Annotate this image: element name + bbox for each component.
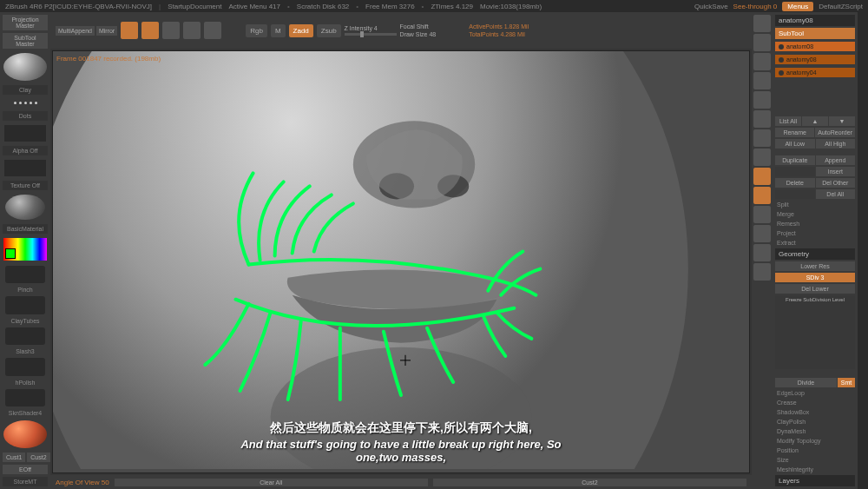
title-bar: ZBrush 4R6 P2[ICUD:EYHE-QBVA-RVII-NOVJ] …	[0, 0, 868, 12]
solo-icon[interactable]	[753, 168, 771, 185]
merge-label[interactable]: Merge	[775, 210, 855, 218]
project-label[interactable]: Project	[775, 229, 855, 237]
store-mt-button[interactable]: StoreMT	[3, 477, 48, 486]
material-sphere[interactable]	[5, 195, 45, 220]
bpr-icon[interactable]	[753, 15, 771, 32]
scrollbar-gutter[interactable]	[858, 12, 868, 489]
edit-icon[interactable]	[753, 263, 771, 281]
toolbar-icon-2[interactable]	[141, 22, 159, 39]
append-button[interactable]: Append	[816, 155, 856, 165]
toolbar-icon-3[interactable]	[162, 22, 180, 39]
smt-button[interactable]: Smt	[838, 378, 855, 387]
cust2-bottom-button[interactable]: Cust2	[433, 479, 746, 486]
scale-icon[interactable]	[753, 72, 771, 89]
brush-sshader-label: SknShader4	[3, 410, 48, 416]
dynamesh-label[interactable]: DynaMesh	[775, 427, 855, 435]
geometry-header[interactable]: Geometry	[775, 248, 855, 260]
bottom-bar: Angle Of View 50 Clear All Cust2	[50, 475, 752, 489]
projection-master-button[interactable]: Projection Master	[3, 15, 48, 30]
color-picker[interactable]	[3, 238, 47, 261]
rgb-button[interactable]: Rgb	[246, 24, 267, 37]
alpha-slot[interactable]	[4, 125, 46, 142]
all-high-button[interactable]: All High	[816, 139, 856, 149]
brush-slash3[interactable]	[5, 327, 45, 345]
frame-icon[interactable]	[753, 34, 771, 51]
local-icon[interactable]	[753, 110, 771, 128]
alpha-off-label: Alpha Off	[3, 146, 48, 155]
edgeloop-label[interactable]: EdgeLoop	[775, 389, 855, 397]
divide-button[interactable]: Divide	[775, 378, 837, 387]
remesh-label[interactable]: Remesh	[775, 220, 855, 228]
del-lower-button[interactable]: Del Lower	[775, 284, 855, 294]
extract-label[interactable]: Extract	[775, 239, 855, 247]
del-other-button[interactable]: Del Other	[816, 178, 856, 188]
subtool-master-button[interactable]: SubTool Master	[3, 33, 48, 49]
quicksave-button[interactable]: QuickSave	[694, 3, 728, 10]
mirror-button[interactable]: Mirror	[96, 26, 117, 36]
texture-slot[interactable]	[4, 160, 46, 176]
shadowbox-label[interactable]: ShadowBox	[775, 408, 855, 416]
del-all-button[interactable]: Del All	[816, 189, 856, 199]
delete-button[interactable]: Delete	[775, 178, 815, 188]
toolbar-icon-5[interactable]	[204, 22, 221, 39]
subtool-item-0[interactable]: anatom08	[775, 42, 855, 51]
brush-preview-sphere[interactable]	[3, 53, 47, 81]
modify-topology-label[interactable]: Modify Topology	[775, 437, 855, 445]
subtool-panel-header[interactable]: SubTool	[775, 28, 855, 39]
red-material-sphere[interactable]	[3, 420, 47, 448]
all-low-button[interactable]: All Low	[775, 139, 815, 149]
split-label[interactable]: Split	[775, 201, 855, 208]
meshintegrity-label[interactable]: MeshIntegrity	[775, 466, 855, 473]
left-tool-shelf: Projection Master SubTool Master Clay Do…	[0, 12, 50, 489]
subtool-item-2[interactable]: anatomy04	[775, 68, 855, 77]
stroke-dots-icon[interactable]	[3, 97, 48, 109]
viewport-3d[interactable]: Frame 001847 recorded. (198mb)	[52, 50, 750, 473]
ghost-icon[interactable]	[753, 244, 771, 261]
up-arrow-icon[interactable]: ▲	[802, 116, 828, 126]
sdiv-slider[interactable]: SDiv 3	[775, 273, 855, 282]
crease-label[interactable]: Crease	[775, 399, 855, 406]
angle-of-view[interactable]: Angle Of View 50	[56, 479, 109, 486]
lower-res-button[interactable]: Lower Res	[775, 261, 855, 271]
brush-pinch[interactable]	[5, 266, 45, 283]
eoff-button[interactable]: EOff	[3, 465, 48, 474]
insert-button[interactable]: Insert	[816, 167, 856, 176]
zsub-button[interactable]: Zsub	[317, 24, 341, 37]
layers-header[interactable]: Layers	[775, 475, 855, 486]
transp-icon[interactable]	[753, 225, 771, 242]
default-zscript[interactable]: DefaultZScript	[819, 3, 863, 10]
zadd-button[interactable]: Zadd	[289, 24, 313, 37]
toolbar-icon-4[interactable]	[183, 22, 201, 39]
brush-hpolish[interactable]	[5, 358, 45, 375]
freeze-subdiv-button[interactable]: Freeze SubDivision Level	[775, 295, 855, 369]
multiappend-button[interactable]: MultiAppend	[56, 26, 95, 36]
list-all-button[interactable]: List All	[775, 116, 801, 126]
tool-header[interactable]: anatomy08	[775, 15, 855, 26]
clear-all-button[interactable]: Clear All	[115, 479, 428, 486]
move-icon[interactable]	[753, 53, 771, 70]
cust1-button[interactable]: Cust1	[3, 453, 25, 462]
see-through-slider[interactable]: See-through 0	[733, 3, 778, 10]
brush-sshader[interactable]	[5, 389, 45, 406]
xpose-icon[interactable]	[753, 187, 771, 204]
app-title: ZBrush 4R6 P2[ICUD:EYHE-QBVA-RVII-NOVJ]	[5, 3, 152, 10]
auto-reorder-button[interactable]: AutoReorder	[815, 128, 855, 137]
floor-icon[interactable]	[753, 149, 771, 166]
brush-pinch-label: Pinch	[3, 287, 48, 293]
toolbar-icon-1[interactable]	[121, 22, 138, 39]
size-label[interactable]: Size	[775, 456, 855, 464]
claypolish-label[interactable]: ClayPolish	[775, 418, 855, 426]
brush-claytubes[interactable]	[5, 296, 45, 314]
rename-button[interactable]: Rename	[775, 128, 814, 137]
m-button[interactable]: M	[271, 24, 286, 37]
duplicate-button[interactable]: Duplicate	[775, 155, 815, 165]
polyf-icon[interactable]	[753, 206, 771, 223]
menus-button[interactable]: Menus	[782, 2, 813, 11]
down-arrow-icon[interactable]: ▼	[829, 116, 855, 126]
rotate-icon[interactable]	[753, 91, 771, 109]
position-label[interactable]: Position	[775, 446, 855, 454]
cust2-button[interactable]: Cust2	[27, 453, 49, 462]
z-intensity-slider[interactable]	[345, 33, 397, 36]
subtool-item-1[interactable]: anatomy08	[775, 55, 855, 64]
persp-icon[interactable]	[753, 129, 771, 147]
